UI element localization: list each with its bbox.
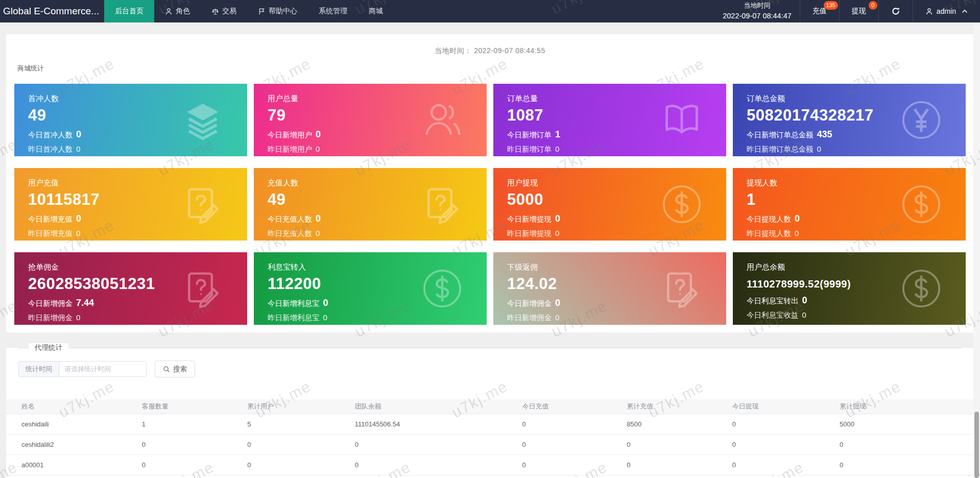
stat-card-total-orders: 订单总量 1087 今日新增订单1 昨日新增订单0 [493, 84, 726, 156]
card-today-value: 0 [316, 129, 321, 139]
column-header: 姓名 [6, 399, 137, 414]
card-yesterday-value: 0 [817, 145, 821, 153]
content-time-value: 2022-09-07 08:44:55 [474, 46, 545, 55]
scales-icon [211, 8, 219, 15]
table-cell: 0 [137, 435, 243, 455]
card-yesterday-label: 昨日新增佣金 [28, 314, 73, 322]
card-yesterday-label: 昨日充值人数 [268, 229, 312, 237]
dollar-circle-icon [661, 183, 703, 225]
agent-search-row: 统计时间 搜索 [18, 361, 962, 377]
card-today-value: 0 [76, 213, 81, 224]
column-header: 累计提现 [834, 399, 974, 414]
card-today-value: 1 [555, 129, 560, 139]
chevron-up-icon [962, 9, 968, 13]
search-button[interactable]: 搜索 [155, 361, 195, 377]
stat-card-recharge-users: 充值人数 49 今日充值人数0 昨日充值人数0 [254, 168, 487, 241]
vertical-scrollbar[interactable] [973, 22, 980, 478]
stat-time-input[interactable] [59, 361, 147, 377]
stat-time-group: 统计时间 [18, 361, 147, 377]
withdraw-badge: 0 [869, 1, 877, 10]
table-row: ceshidalili20000000 [6, 435, 974, 455]
card-today-value: 0 [555, 298, 560, 308]
user-menu[interactable]: admin [913, 0, 980, 22]
table-cell: ceshidalili2 [6, 435, 137, 455]
navbar-right: 当地时间 2022-09-07 08:44:47 充值 135 提现 0 [714, 0, 980, 22]
table-cell: 0 [622, 455, 727, 475]
table-row: ceshidaili151110145506.540850005000 [6, 414, 974, 435]
column-header: 今日充值 [517, 399, 622, 414]
refresh-button[interactable] [878, 0, 913, 22]
agent-table-header-row: 姓名客服数量累计用户团队余额今日充值累计充值今日提现累计提现 [6, 399, 974, 414]
local-time-label: 当地时间 [744, 1, 771, 11]
nav-item-4[interactable]: 系统管理 [308, 0, 358, 22]
table-cell: 0 [727, 435, 834, 455]
table-cell: 0 [517, 414, 622, 435]
card-yesterday-value: 0 [76, 229, 80, 237]
card-today-label: 今日首冲人数 [28, 131, 73, 139]
table-cell: 0 [242, 435, 349, 455]
card-today-label: 今日新增充值 [28, 215, 73, 223]
flag-icon [258, 8, 266, 15]
card-yesterday-value: 0 [76, 313, 80, 322]
table-cell: 0 [350, 455, 517, 475]
doc-edit-icon [661, 268, 703, 309]
nav-item-label: 角色 [176, 7, 190, 16]
top-navbar: Global E-Commerce... 后台首页角色交易帮助中心系统管理商城 … [0, 0, 980, 22]
agent-fieldset: 代理统计 [18, 348, 962, 348]
card-today-value: 0 [316, 213, 321, 224]
card-yesterday-label: 今日利息宝收益 [747, 311, 799, 319]
recharge-badge: 135 [824, 1, 838, 10]
stat-card-interest-transfer-in: 利息宝转入 112200 今日新增利息宝0 昨日新增利息宝0 [254, 252, 487, 325]
nav-item-2[interactable]: 交易 [201, 0, 247, 22]
card-yesterday-value: 0 [76, 145, 80, 153]
card-today-value: 0 [555, 213, 560, 224]
card-yesterday-value: 0 [795, 229, 799, 237]
stat-card-user-recharge: 用户充值 10115817 今日新增充值0 昨日新增充值0 [14, 168, 247, 241]
content-time-label: 当地时间： [435, 46, 472, 55]
nav-item-label: 系统管理 [319, 7, 347, 16]
card-yesterday-label: 昨日首冲人数 [28, 145, 73, 153]
column-header: 团队余额 [350, 399, 517, 414]
nav-item-3[interactable]: 帮助中心 [247, 0, 308, 22]
table-cell: 8500 [622, 414, 727, 435]
card-yesterday-label: 昨日新增佣金 [507, 314, 552, 322]
card-today-label: 今日新增提现 [507, 215, 552, 223]
nav-item-label: 商城 [369, 7, 383, 16]
search-button-label: 搜索 [173, 365, 187, 374]
card-today-value: 7.44 [76, 298, 94, 308]
scrollbar-thumb[interactable] [974, 412, 979, 478]
nav-item-0[interactable]: 后台首页 [104, 0, 154, 22]
nav-item-5[interactable]: 商城 [358, 0, 394, 22]
card-yesterday-label: 昨日新增用户 [268, 145, 312, 153]
table-cell: a00001 [6, 455, 137, 475]
table-cell: 0 [834, 455, 974, 475]
card-yesterday-value: 0 [555, 313, 559, 322]
person-icon [925, 8, 933, 15]
table-cell: 1110145506.54 [350, 414, 517, 435]
card-yesterday-value: 0 [555, 229, 559, 237]
card-yesterday-value: 0 [316, 145, 320, 153]
nav-item-label: 帮助中心 [269, 7, 297, 16]
card-today-value: 435 [817, 129, 832, 139]
refresh-icon [891, 7, 900, 16]
card-yesterday-label: 昨日新增订单总金额 [747, 145, 814, 153]
table-cell: 0 [350, 435, 517, 455]
stats-section-title: 商城统计 [17, 64, 966, 73]
yen-circle-icon [900, 99, 942, 141]
dollar-circle-icon [900, 183, 942, 225]
table-cell: ceshidaili [6, 414, 137, 435]
column-header: 今日提现 [727, 399, 834, 414]
mall-stats-panel: 当地时间： 2022-09-07 08:44:55 商城统计 首冲人数 49 今… [6, 34, 974, 332]
search-icon [163, 366, 170, 373]
person-icon [165, 8, 173, 15]
card-yesterday-value: 0 [323, 313, 327, 322]
table-row: a000010000000 [6, 455, 974, 475]
withdraw-button[interactable]: 提现 0 [839, 0, 878, 22]
table-cell: 0 [727, 414, 834, 435]
local-time-value: 2022-09-07 08:44:47 [723, 11, 792, 22]
agent-stats-panel: 代理统计 统计时间 搜索 姓名客服数量累计用户团队余额今日充值累计充值今日提现累… [6, 348, 974, 478]
nav-item-1[interactable]: 角色 [154, 0, 201, 22]
stat-card-total-balance: 用户总余额 1110278999.52(9999) 今日利息宝转出0 今日利息宝… [733, 252, 966, 325]
table-cell: 5000 [834, 414, 974, 435]
recharge-button[interactable]: 充值 135 [800, 0, 839, 22]
